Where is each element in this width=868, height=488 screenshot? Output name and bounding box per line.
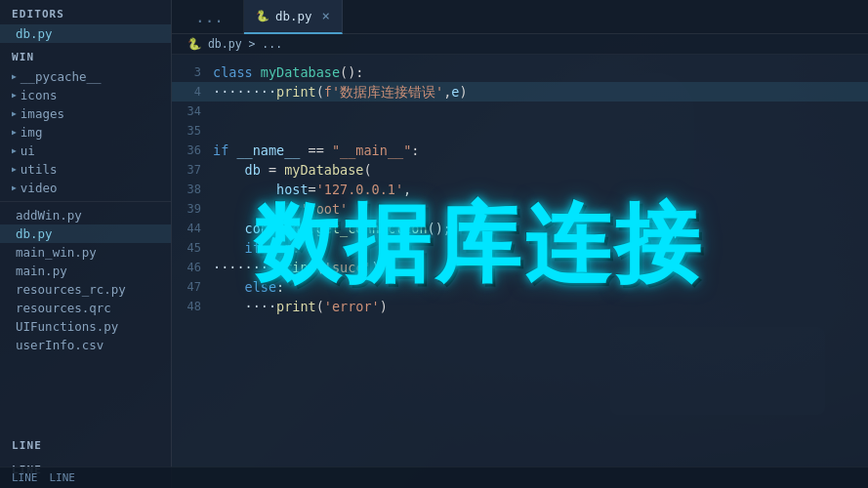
line-number: 47 [172,277,213,297]
folder-arrow-icon: ▶ [12,146,17,155]
line-content: class myDatabase(): [213,62,868,82]
folder-arrow-icon: ▶ [12,128,17,137]
line-number: 37 [172,160,213,180]
python-file-icon: 🐍 [256,10,269,22]
sidebar-file-resources-rc[interactable]: resources_rc.py [0,280,171,299]
sidebar-divider [0,201,171,202]
line-number: 39 [172,199,213,219]
sidebar-file-resources-qrc[interactable]: resources.qrc [0,299,171,317]
line-content: ········print('succ') [213,258,868,277]
status-bar: LINE LINE [0,467,868,488]
sidebar-folder-ui[interactable]: ▶ ui [0,142,171,160]
code-line-37: 37 db = myDatabase( [172,160,868,180]
sidebar-file-userinfo[interactable]: userInfo.csv [0,336,171,354]
line-content: con = db.get_connection(); [213,219,868,238]
code-area[interactable]: 3 class myDatabase(): 4 ········print(f'… [172,55,868,488]
status-left: LINE LINE [12,471,75,484]
sidebar-folder-icons[interactable]: ▶ icons [0,86,171,104]
sidebar-file-uifunctions[interactable]: UIFunctions.py [0,317,171,336]
breadcrumb-python-icon: 🐍 [187,37,201,51]
code-line-36: 36 if __name__ == "__main__": [172,141,868,160]
status-encoding: LINE [50,471,76,484]
line-content [213,121,868,141]
sidebar-folder-pycache[interactable]: ▶ __pycache__ [0,67,171,86]
code-line-3: 3 class myDatabase(): [172,62,868,82]
sidebar-file-db[interactable]: db.py [0,224,171,243]
status-line-col: LINE [12,471,38,484]
line-number: 35 [172,121,213,141]
editor-container: EDITORS db.py WIN ▶ __pycache__ ▶ icons … [0,0,868,488]
sidebar-folder-img[interactable]: ▶ img [0,123,171,142]
line-content: ···'root' [213,199,868,219]
sidebar-folder-utils[interactable]: ▶ utils [0,160,171,179]
tab-dots-icon: ... [187,8,231,26]
folder-label: img [21,125,43,140]
sidebar: EDITORS db.py WIN ▶ __pycache__ ▶ icons … [0,0,172,488]
line-content: db = myDatabase( [213,160,868,180]
folder-arrow-icon: ▶ [12,91,17,100]
folder-label: utils [21,162,58,177]
line-content: host='127.0.0.1', [213,180,868,199]
code-line-46: 46 ········print('succ') [172,258,868,277]
code-line-44: 44 con = db.get_connection(); [172,219,868,238]
sidebar-file-mainwin[interactable]: main_win.py [0,243,171,262]
line-number: 46 [172,258,213,277]
line-number: 44 [172,219,213,238]
tab-bar: ... 🐍 db.py × [172,0,868,34]
editor-main: ... 🐍 db.py × 🐍 db.py > ... 3 class myDa… [172,0,868,488]
sidebar-folder-video[interactable]: ▶ video [0,179,171,197]
line-number: 34 [172,102,213,121]
line-content: if con: [213,238,868,258]
line-content: if __name__ == "__main__": [213,141,868,160]
editors-section-header: EDITORS [0,0,171,24]
tab-inactive[interactable]: ... [176,0,244,34]
line-content [213,102,868,121]
folder-label: __pycache__ [21,69,102,84]
line-content: ····print('error') [213,297,868,316]
sidebar-status-line1: LINE [0,431,171,456]
folder-label: video [21,181,58,195]
folder-label: images [21,106,64,121]
sidebar-active-file[interactable]: db.py [0,24,171,43]
folder-arrow-icon: ▶ [12,72,17,81]
line-number: 48 [172,297,213,316]
code-line-45: 45 if con: [172,238,868,258]
line-number: 36 [172,141,213,160]
code-lines: 3 class myDatabase(): 4 ········print(f'… [172,55,868,324]
sidebar-file-addwin[interactable]: addWin.py [0,206,171,224]
line-content: else: [213,277,868,297]
code-line-38: 38 host='127.0.0.1', [172,180,868,199]
code-line-47: 47 else: [172,277,868,297]
line-number: 45 [172,238,213,258]
line-number: 4 [172,82,213,102]
line-number: 38 [172,180,213,199]
win-section-header: WIN [0,43,171,67]
code-line-35: 35 [172,121,868,141]
sidebar-folder-images[interactable]: ▶ images [0,104,171,123]
tab-label: db.py [275,9,312,23]
folder-arrow-icon: ▶ [12,109,17,118]
tab-close-icon[interactable]: × [322,9,330,22]
code-line-48: 48 ····print('error') [172,297,868,316]
code-line-39: 39 ···'root' [172,199,868,219]
breadcrumb: 🐍 db.py > ... [172,34,868,55]
folder-label: ui [21,143,35,158]
tab-db-py[interactable]: 🐍 db.py × [244,0,343,34]
sidebar-file-main[interactable]: main.py [0,262,171,280]
folder-arrow-icon: ▶ [12,165,17,174]
folder-label: icons [21,88,58,102]
line-number: 3 [172,62,213,82]
folder-arrow-icon: ▶ [12,183,17,192]
code-line-34: 34 [172,102,868,121]
line-content: ········print(f'数据库连接错误',e) [213,82,868,102]
code-line-4: 4 ········print(f'数据库连接错误',e) [172,82,868,102]
breadcrumb-path: db.py > ... [208,37,282,51]
